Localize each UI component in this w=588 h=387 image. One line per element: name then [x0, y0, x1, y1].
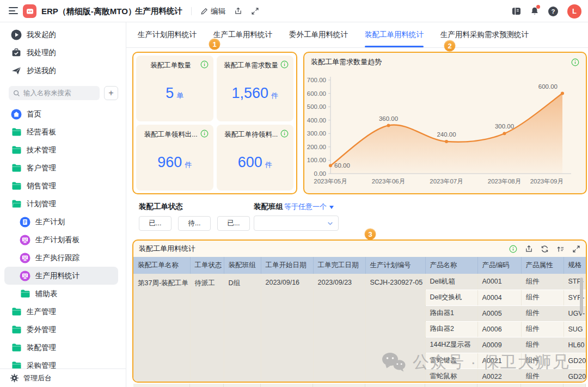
share-icon[interactable]	[234, 7, 242, 15]
info-icon[interactable]	[280, 60, 289, 69]
svg-text:60.00: 60.00	[334, 162, 350, 169]
sidebar-item[interactable]: 装配管理	[0, 339, 126, 357]
sidebar-item[interactable]: 生产用料统计	[4, 267, 118, 285]
info-icon[interactable]	[280, 130, 289, 138]
sidebar-item[interactable]: 委外管理	[0, 321, 126, 339]
sidebar-item[interactable]: 辅助表	[0, 285, 126, 303]
sidebar-item[interactable]: 生产计划看板	[0, 231, 126, 249]
sidebar-item[interactable]: 生产计划	[0, 213, 126, 231]
status-chip-2[interactable]: 待...	[178, 216, 211, 231]
table-scrollbar[interactable]	[580, 278, 583, 314]
folder-icon	[11, 342, 22, 353]
board-icon	[20, 271, 30, 281]
export-icon[interactable]	[525, 245, 533, 253]
svg-text:360.00: 360.00	[379, 115, 398, 122]
tab-3[interactable]: 委外工单用料统计	[289, 22, 348, 47]
column-header: 规格	[564, 257, 586, 274]
table-cell: 路由器2	[425, 321, 477, 337]
app-logo-icon	[23, 4, 36, 18]
info-icon[interactable]	[571, 58, 579, 66]
material-table: 装配工单名称工单状态装配班组工单开始日期工单完工日期生产计划编号产品名称产品编码…	[133, 257, 586, 383]
info-icon[interactable]	[200, 60, 209, 69]
info-icon[interactable]	[200, 130, 209, 138]
info-icon[interactable]	[509, 245, 517, 253]
step-badge-3: 3	[365, 229, 376, 240]
sidebar-collapse-icon[interactable]	[9, 7, 18, 15]
team-select[interactable]	[254, 216, 339, 231]
table-cell: 第36周-装配工单	[133, 384, 190, 387]
panel-toggle-icon[interactable]	[512, 7, 521, 15]
page-title: 生产用料统计	[135, 6, 182, 16]
sidebar-item[interactable]: 首页	[0, 105, 126, 123]
add-button[interactable]: +	[104, 86, 118, 100]
table-cell: 组件	[521, 337, 564, 353]
tab-label: 生产用料采购需求预测统计	[440, 30, 529, 40]
svg-text:500.00: 500.00	[307, 103, 326, 110]
expand-icon[interactable]	[572, 245, 580, 253]
status-chip-3[interactable]: 已...	[217, 216, 250, 231]
sidebar-item[interactable]: 计划管理	[0, 195, 126, 213]
table-toolbar	[509, 245, 580, 253]
table-cell: 第37周-装配工单	[133, 274, 190, 383]
table-cell: 已完工	[190, 384, 224, 387]
sidebar-quick-item[interactable]: 我发起的	[0, 26, 126, 44]
search-input[interactable]	[23, 89, 95, 97]
svg-text:400.00: 400.00	[307, 117, 326, 124]
sidebar-item[interactable]: 生产管理	[0, 303, 126, 321]
chevron-down-icon	[327, 220, 334, 227]
paper-plane-icon	[11, 65, 22, 76]
table-cell	[564, 384, 586, 387]
tab-4[interactable]: 装配工单用料统计	[365, 22, 424, 47]
column-header: 工单开始日期	[261, 257, 313, 274]
table-cell: 组件	[521, 384, 564, 387]
sidebar-item-label: 装配管理	[27, 343, 56, 353]
svg-text:300.00: 300.00	[495, 123, 514, 130]
edit-button[interactable]: 编辑	[200, 7, 225, 16]
tab-2[interactable]: 生产工单用料统计	[213, 22, 272, 47]
table-cell: 组件	[521, 368, 564, 383]
sidebar-item[interactable]: 销售管理	[0, 177, 126, 195]
svg-text:600.00: 600.00	[307, 90, 326, 97]
sidebar-item-label: 抄送我的	[27, 66, 56, 76]
stat-value-row: 960件	[136, 139, 213, 191]
sidebar-quick-item[interactable]: 抄送我的	[0, 62, 126, 79]
status-filter-label: 装配工单状态	[139, 202, 183, 212]
team-operator-dropdown[interactable]: 等于任意一个	[284, 202, 334, 212]
avatar[interactable]: L	[567, 4, 581, 19]
table-row[interactable]: 第37周-装配工单待派工D组2023/09/162023/09/23SCJH-2…	[133, 274, 586, 290]
folder-open-icon	[11, 199, 22, 210]
refresh-icon[interactable]	[541, 245, 549, 253]
column-header: 产品名称	[425, 257, 477, 274]
table-cell: 待派工	[190, 274, 224, 383]
stat-card: 装配工单领料出...960件	[136, 125, 213, 191]
home-icon	[11, 109, 22, 120]
sidebar-item-label: 计划管理	[27, 199, 56, 209]
svg-text:2023年05月: 2023年05月	[314, 178, 347, 185]
table-cell: SUG	[564, 321, 586, 337]
notification-bell-icon[interactable]	[530, 7, 539, 16]
table-cell	[313, 384, 365, 387]
svg-text:0.00: 0.00	[314, 170, 326, 177]
sidebar-item-label: 生产计划	[35, 217, 65, 227]
table-cell: A0021	[477, 353, 521, 368]
column-header: 装配工单名称	[133, 257, 190, 274]
table-cell	[477, 384, 521, 387]
help-icon[interactable]: ?	[548, 7, 558, 16]
stat-card-value: 1,560	[231, 85, 268, 102]
sidebar-item[interactable]: 经营看板	[0, 123, 126, 141]
sidebar-search[interactable]	[9, 86, 100, 100]
status-chip-1[interactable]: 已...	[139, 216, 171, 231]
folder-icon	[11, 324, 22, 335]
sidebar-item-admin[interactable]: 管理后台	[0, 368, 126, 387]
stat-card-unit: 件	[265, 160, 272, 170]
sort-icon[interactable]	[556, 245, 565, 253]
tab-1[interactable]: 生产计划用料统计	[138, 22, 197, 47]
sidebar-item[interactable]: 客户管理	[0, 159, 126, 177]
status-chip-group: 已...待...已...	[139, 216, 250, 231]
folder-icon	[11, 306, 22, 317]
table-cell: 组件	[521, 305, 564, 321]
fullscreen-icon[interactable]	[251, 7, 259, 15]
sidebar-item[interactable]: 技术管理	[0, 141, 126, 159]
sidebar-quick-item[interactable]: 我处理的	[0, 44, 126, 62]
sidebar-item[interactable]: 生产执行跟踪	[0, 249, 126, 267]
